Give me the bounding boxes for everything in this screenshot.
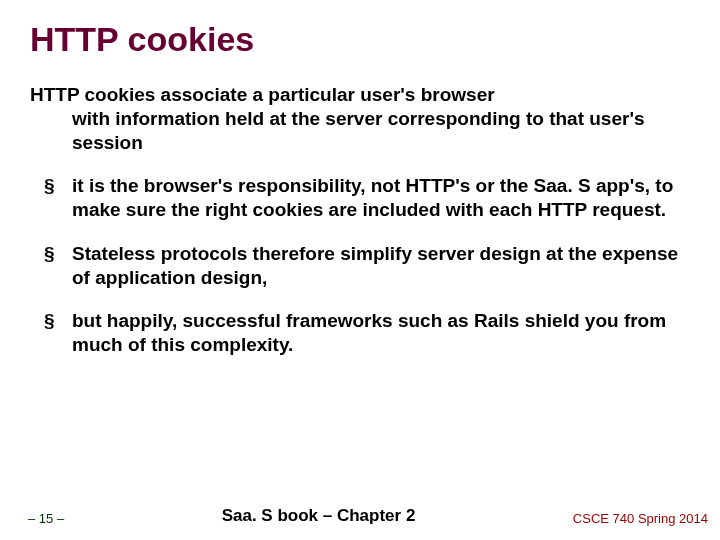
page-number: – 15 – xyxy=(28,511,64,526)
slide-title: HTTP cookies xyxy=(30,20,690,59)
intro-paragraph: HTTP cookies associate a particular user… xyxy=(30,83,690,154)
slide-footer: – 15 – Saa. S book – Chapter 2 CSCE 740 … xyxy=(0,506,720,526)
footer-right-text: CSCE 740 Spring 2014 xyxy=(573,511,708,526)
footer-center-text: Saa. S book – Chapter 2 xyxy=(64,506,573,526)
intro-line-1: HTTP cookies associate a particular user… xyxy=(30,84,495,105)
bullet-item: but happily, successful frameworks such … xyxy=(30,309,690,357)
bullet-item: it is the browser's responsibility, not … xyxy=(30,174,690,222)
bullet-list: it is the browser's responsibility, not … xyxy=(30,174,690,357)
bullet-item: Stateless protocols therefore simplify s… xyxy=(30,242,690,290)
intro-line-rest: with information held at the server corr… xyxy=(30,107,690,155)
